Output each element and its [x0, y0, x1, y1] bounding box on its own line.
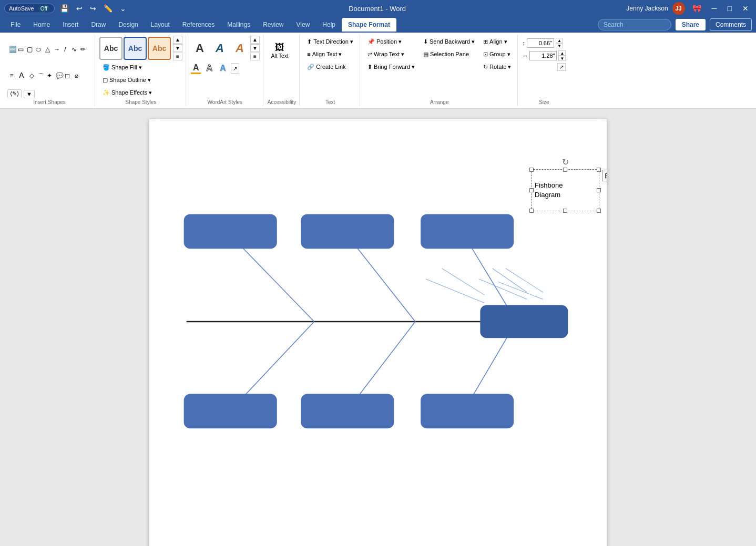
handle-middle-right[interactable]	[597, 188, 601, 192]
text-direction-button[interactable]: ⬆ Text Direction ▾	[304, 36, 356, 47]
wordart-scroll-down[interactable]: ▼	[250, 44, 260, 52]
bottom-box-left[interactable]	[184, 394, 277, 429]
shape-style-3[interactable]: Abc	[148, 37, 171, 60]
shape-outline-button[interactable]: ▢ Shape Outline ▾	[99, 74, 155, 86]
shape-flowchart[interactable]: ◻	[63, 70, 71, 79]
shape-fill-button[interactable]: 🪣 Shape Fill ▾	[99, 61, 155, 73]
ribbon-toggle-button[interactable]: 🎀	[689, 3, 704, 14]
wordart-style-1[interactable]: A	[190, 37, 209, 60]
minimize-button[interactable]: ─	[709, 3, 720, 14]
width-down[interactable]: ▼	[558, 56, 566, 61]
shape-expand[interactable]: A	[16, 69, 27, 80]
shape-oval[interactable]: ⬭	[34, 44, 43, 53]
styles-scroll-down[interactable]: ▼	[173, 44, 182, 52]
bottom-box-right[interactable]	[421, 394, 514, 429]
shape-misc[interactable]: ⌀	[72, 70, 80, 79]
top-box-right[interactable]	[421, 214, 514, 249]
shape-more[interactable]: ≡	[7, 70, 16, 79]
autosave-toggle[interactable]: AutoSave Off	[4, 4, 55, 13]
tab-mailings[interactable]: Mailings	[221, 18, 257, 32]
handle-top-center[interactable]	[563, 168, 567, 172]
save-button[interactable]: 💾	[58, 3, 71, 14]
group-button[interactable]: ⊡ Group ▾	[480, 48, 514, 60]
shape-style-2[interactable]: Abc	[124, 37, 147, 60]
create-link-button[interactable]: 🔗 Create Link	[304, 61, 356, 73]
position-button[interactable]: 📌 Position ▾	[364, 36, 418, 47]
rotate-handle[interactable]: ↻	[562, 157, 569, 167]
tab-layout[interactable]: Layout	[145, 18, 176, 32]
tab-references[interactable]: References	[176, 18, 221, 32]
redo-button[interactable]: ↪	[88, 3, 98, 14]
styles-scroll-up[interactable]: ▲	[173, 36, 182, 44]
text-outline-button[interactable]: A	[203, 63, 215, 74]
layout-options-button[interactable]: ⊞	[602, 170, 607, 181]
tab-file[interactable]: File	[4, 18, 27, 32]
right-end-box[interactable]	[480, 305, 568, 338]
shape-triangle[interactable]: △	[43, 44, 52, 53]
shape-diamond[interactable]: ◇	[27, 70, 36, 79]
rotate-button[interactable]: ↻ Rotate ▾	[480, 61, 514, 73]
shape-rect[interactable]: ▭	[16, 44, 25, 53]
bring-forward-button[interactable]: ⬆ Bring Forward ▾	[364, 61, 418, 73]
top-box-middle[interactable]	[301, 214, 394, 249]
share-button[interactable]: Share	[676, 19, 706, 30]
handle-bottom-right[interactable]	[597, 209, 601, 213]
bottom-box-middle[interactable]	[301, 394, 394, 429]
height-down[interactable]: ▼	[556, 43, 563, 48]
shape-text-box[interactable]: 🔤	[7, 44, 16, 53]
shape-effects-button[interactable]: ✨ Shape Effects ▾	[99, 87, 155, 98]
shape-freeform[interactable]: ✏	[79, 44, 87, 53]
width-input[interactable]: 1.28"	[529, 51, 557, 60]
tab-draw[interactable]: Draw	[85, 18, 112, 32]
tab-insert[interactable]: Insert	[56, 18, 85, 32]
top-box-left[interactable]	[184, 214, 277, 249]
wordart-style-2[interactable]: A	[210, 37, 229, 60]
handle-top-left[interactable]	[529, 168, 534, 172]
send-backward-button[interactable]: ⬇ Send Backward ▾	[420, 36, 478, 47]
styles-expand[interactable]: ≡	[173, 53, 182, 60]
wordart-style-3[interactable]: A	[230, 37, 249, 60]
wordart-expand[interactable]: ≡	[250, 53, 260, 60]
restore-button[interactable]: □	[724, 3, 735, 14]
handle-bottom-left[interactable]	[529, 209, 534, 213]
handle-bottom-center[interactable]	[563, 209, 567, 213]
align-button[interactable]: ⊞ Align ▾	[480, 36, 514, 47]
size-launcher[interactable]: ↗	[557, 63, 566, 71]
handle-top-right[interactable]	[597, 168, 601, 172]
selection-pane-button[interactable]: ▤ Selection Pane	[420, 48, 478, 60]
wordart-launcher[interactable]: ↗	[231, 63, 239, 74]
height-up[interactable]: ▲	[556, 38, 563, 43]
undo-button[interactable]: ↩	[74, 3, 85, 14]
shape-callout[interactable]: 💬	[54, 70, 63, 79]
shape-star[interactable]: ✦	[45, 70, 54, 79]
shape-line[interactable]: /	[61, 44, 69, 53]
shape-rounded-rect[interactable]: ▢	[25, 44, 34, 53]
alt-text-button[interactable]: 🖼 Alt Text	[268, 36, 292, 65]
tab-design[interactable]: Design	[112, 18, 144, 32]
align-text-button[interactable]: ≡ Align Text ▾	[304, 48, 356, 60]
close-button[interactable]: ✕	[739, 3, 752, 14]
shapes-expand-btn[interactable]: ▼	[24, 90, 35, 98]
font-color-button[interactable]: A	[190, 63, 202, 74]
search-input[interactable]	[598, 19, 671, 30]
tab-help[interactable]: Help	[316, 18, 342, 32]
handle-middle-left[interactable]	[529, 188, 534, 192]
wrap-text-button[interactable]: ⇌ Wrap Text ▾	[364, 48, 418, 60]
shape-curve[interactable]: ∿	[70, 44, 78, 53]
text-effects-button[interactable]: A	[217, 63, 229, 74]
shape-arrow[interactable]: →	[52, 44, 60, 53]
tab-shape-format[interactable]: Shape Format	[342, 18, 396, 32]
customize-button[interactable]: ✏️	[101, 3, 115, 14]
tab-home[interactable]: Home	[27, 18, 56, 32]
more-button[interactable]: ⌄	[118, 3, 128, 14]
tab-review[interactable]: Review	[257, 18, 290, 32]
wordart-scroll-up[interactable]: ▲	[250, 36, 260, 44]
shape-style-1[interactable]: Abc	[99, 37, 122, 60]
comments-button[interactable]: Comments	[710, 18, 752, 31]
height-input[interactable]: 0.66"	[527, 38, 554, 48]
tab-view[interactable]: View	[290, 18, 316, 32]
shape-edit-points[interactable]: ⟨✎⟩	[7, 89, 22, 98]
width-up[interactable]: ▲	[558, 50, 566, 56]
selected-textbox[interactable]: ↻ ⊞ Fishbone Diagram	[531, 169, 599, 211]
shape-chevron[interactable]: ⌒	[36, 70, 45, 79]
